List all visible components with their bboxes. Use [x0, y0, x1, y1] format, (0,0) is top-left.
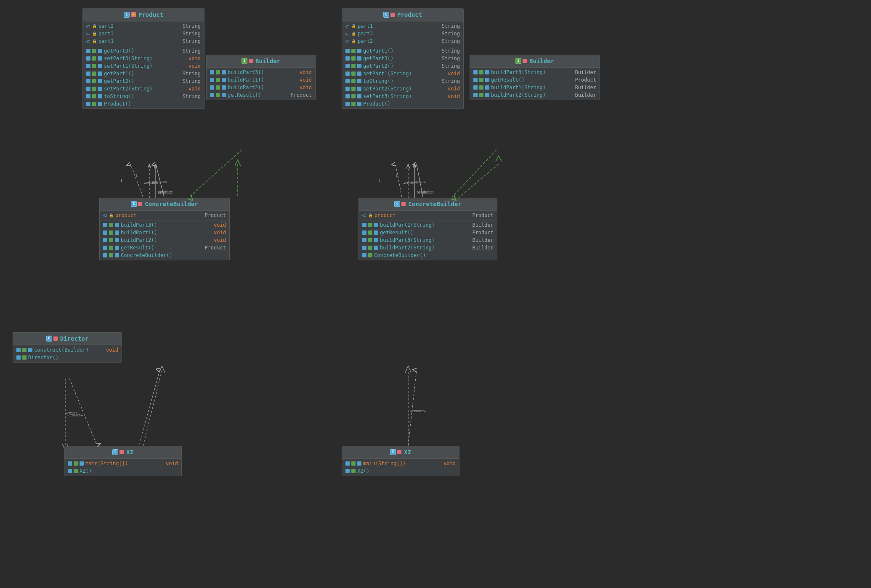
method-row: buildPart3(String) Builder — [470, 69, 600, 76]
director-box: C Director construct(Builder) void Direc… — [13, 332, 122, 363]
builder1-title: Builder — [255, 58, 280, 64]
field-row: 🏷 🔒 product Product — [359, 212, 497, 219]
method-row: buildPart2() void — [207, 84, 315, 91]
method-icon — [98, 49, 102, 53]
method-row: buildPart2() void — [100, 236, 229, 244]
builder2-header: I Builder — [470, 55, 600, 67]
field-icon: 🏷 — [86, 39, 90, 44]
svg-line-32 — [408, 370, 417, 445]
method-row: buildPart3(String) Builder — [359, 236, 497, 244]
method-row: Director() — [13, 354, 122, 361]
method-row: getResult() Product — [359, 229, 497, 236]
method-row: Product() — [83, 100, 204, 108]
method-row: buildPart3() void — [207, 69, 315, 76]
method-type-icon — [92, 49, 96, 53]
method-icon — [98, 94, 102, 98]
svg-text:«create»: «create» — [403, 180, 417, 185]
field-row: 🏷 🔒 product Product — [100, 212, 229, 219]
svg-text:«create»: «create» — [67, 412, 83, 417]
concretebuilder2-title: ConcreteBuilder — [408, 201, 461, 207]
builder2-box: I Builder buildPart3(String) Builder get… — [470, 55, 600, 100]
method-row: buildPart2(String) Builder — [470, 91, 600, 99]
field-icon: 🏷 — [86, 24, 90, 29]
xz2-methods: main(String[]) void XZ() — [342, 458, 459, 476]
method-row: toString() String — [83, 93, 204, 100]
svg-text:product: product — [158, 189, 172, 194]
method-type-icon — [92, 72, 96, 76]
svg-line-22 — [189, 150, 242, 197]
xz1-title: XZ — [126, 449, 133, 456]
method-row: buildPart1(String) Builder — [359, 221, 497, 229]
concretebuilder1-box: C ConcreteBuilder 🏷 🔒 product Product bu… — [99, 198, 230, 260]
field-row: 🏷 🔒 part2 String — [342, 37, 463, 45]
svg-text:1: 1 — [135, 172, 138, 177]
method-row: setPart3(String) void — [83, 55, 204, 62]
method-vis-icon — [86, 94, 90, 98]
method-row: setPart3(String) void — [342, 93, 463, 100]
product1-title: Product — [138, 11, 163, 18]
method-row: buildPart1() void — [207, 76, 315, 84]
lock-icon: 🔒 — [92, 39, 97, 43]
svg-text:«create»: «create» — [410, 408, 425, 413]
method-type-icon — [92, 94, 96, 98]
method-row: setPart2(String) void — [342, 85, 463, 93]
svg-line-28 — [417, 164, 423, 197]
field-row: 🏷 🔒 part3 String — [83, 30, 204, 37]
xz2-header: C XZ — [342, 446, 459, 458]
method-row: buildPart1(String) Builder — [470, 84, 600, 91]
xz1-header: C XZ — [64, 446, 181, 458]
svg-line-25 — [139, 370, 160, 445]
svg-line-8 — [143, 370, 162, 446]
method-row: main(String[]) void — [64, 460, 181, 467]
concretebuilder2-methods: buildPart1(String) Builder getResult() P… — [359, 220, 497, 260]
product2-box: C Product 🏷 🔒 part1 String 🏷 🔒 part3 Str… — [342, 8, 464, 109]
method-row: buildPart3() void — [100, 221, 229, 229]
concretebuilder1-header: C ConcreteBuilder — [100, 198, 229, 210]
director-methods: construct(Builder) void Director() — [13, 345, 122, 362]
method-row: getPart3() String — [342, 55, 463, 62]
method-type-icon — [92, 102, 96, 106]
method-vis-icon — [86, 56, 90, 61]
field-row: 🏷 🔒 part1 String — [83, 37, 204, 45]
builder1-methods: buildPart3() void buildPart1() void buil… — [207, 67, 315, 100]
method-row: setPart1(String) void — [83, 62, 204, 70]
method-row: getPart3() String — [83, 47, 204, 55]
director-title: Director — [60, 335, 88, 342]
field-icon: 🏷 — [86, 32, 90, 36]
method-icon — [98, 79, 102, 83]
xz1-box: C XZ main(String[]) void XZ() — [64, 446, 182, 476]
product2-fields: 🏷 🔒 part1 String 🏷 🔒 part3 String 🏷 🔒 pa… — [342, 21, 463, 46]
svg-text:«create»: «create» — [410, 179, 426, 184]
svg-text:product: product — [421, 190, 434, 194]
method-vis-icon — [86, 64, 90, 68]
xz2-box: C XZ main(String[]) void XZ() — [342, 446, 459, 476]
method-row: getPart1() String — [342, 47, 463, 55]
builder2-title: Builder — [529, 58, 554, 64]
method-row: toString() String — [342, 77, 463, 85]
method-row: construct(Builder) void — [13, 346, 122, 354]
method-icon — [98, 56, 102, 61]
method-row: main(String[]) void — [342, 460, 459, 467]
method-type-icon — [92, 56, 96, 61]
svg-line-17 — [130, 164, 143, 197]
lock-icon: 🔒 — [92, 32, 97, 36]
method-vis-icon — [86, 87, 90, 91]
field-row: 🏷 🔒 part2 String — [83, 22, 204, 30]
method-vis-icon — [86, 72, 90, 76]
svg-line-31 — [452, 150, 497, 197]
svg-text:«create»: «create» — [410, 408, 426, 413]
builder2-methods: buildPart3(String) Builder getResult() P… — [470, 67, 600, 100]
svg-text:«create»: «create» — [144, 180, 158, 185]
xz2-title: XZ — [404, 449, 411, 456]
product1-header: C 🔒 Product — [83, 9, 204, 21]
method-row: XZ() — [342, 467, 459, 475]
concretebuilder2-fields: 🏷 🔒 product Product — [359, 210, 497, 220]
lock-icon: 🔒 — [92, 24, 97, 28]
director-header: C Director — [13, 333, 122, 345]
method-row: setPart2(String) void — [83, 85, 204, 93]
product2-title: Product — [397, 11, 422, 18]
svg-text:«create»: «create» — [65, 411, 80, 415]
product1-methods: getPart3() String setPart3(String) void … — [83, 46, 204, 109]
svg-text:product: product — [417, 189, 431, 194]
method-vis-icon — [86, 49, 90, 53]
